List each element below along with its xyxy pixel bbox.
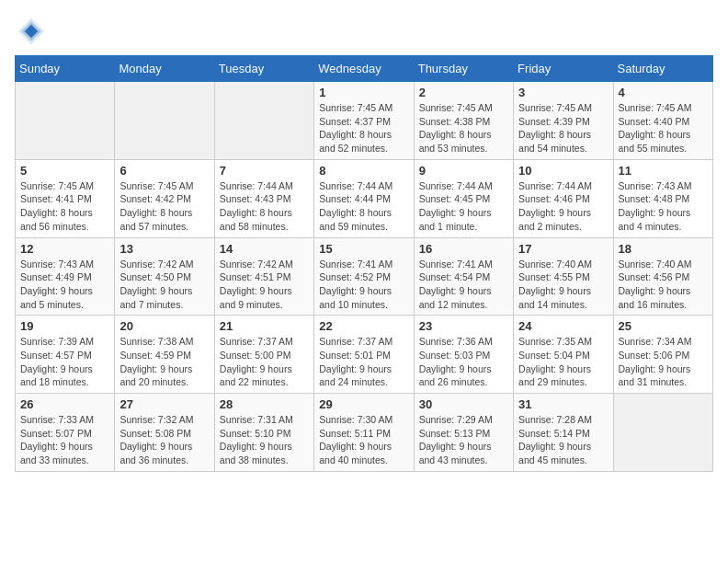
day-number: 24 <box>518 319 608 333</box>
day-number: 12 <box>20 242 109 256</box>
day-number: 30 <box>419 397 508 411</box>
day-info: Sunrise: 7:45 AM Sunset: 4:37 PM Dayligh… <box>319 101 408 155</box>
day-number: 19 <box>20 319 109 333</box>
day-header-sunday: Sunday <box>16 56 115 82</box>
day-number: 21 <box>220 319 309 333</box>
day-info: Sunrise: 7:45 AM Sunset: 4:41 PM Dayligh… <box>20 179 109 234</box>
logo-icon <box>15 15 48 48</box>
calendar-cell: 30Sunrise: 7:29 AM Sunset: 5:13 PM Dayli… <box>414 394 513 472</box>
calendar-cell: 3Sunrise: 7:45 AM Sunset: 4:39 PM Daylig… <box>514 82 613 160</box>
week-row-5: 26Sunrise: 7:33 AM Sunset: 5:07 PM Dayli… <box>16 394 713 472</box>
day-number: 25 <box>619 319 708 333</box>
day-info: Sunrise: 7:44 AM Sunset: 4:46 PM Dayligh… <box>518 179 608 234</box>
calendar-cell: 29Sunrise: 7:30 AM Sunset: 5:11 PM Dayli… <box>314 394 414 472</box>
calendar-cell: 19Sunrise: 7:39 AM Sunset: 4:57 PM Dayli… <box>16 316 115 394</box>
day-header-wednesday: Wednesday <box>314 56 414 82</box>
day-number: 17 <box>518 242 608 256</box>
calendar-cell: 15Sunrise: 7:41 AM Sunset: 4:52 PM Dayli… <box>314 237 414 316</box>
day-number: 23 <box>419 319 508 333</box>
day-info: Sunrise: 7:44 AM Sunset: 4:44 PM Dayligh… <box>319 179 408 234</box>
calendar-cell: 11Sunrise: 7:43 AM Sunset: 4:48 PM Dayli… <box>613 159 712 237</box>
calendar-cell: 16Sunrise: 7:41 AM Sunset: 4:54 PM Dayli… <box>414 237 513 316</box>
day-info: Sunrise: 7:41 AM Sunset: 4:52 PM Dayligh… <box>319 258 408 312</box>
calendar-cell: 13Sunrise: 7:42 AM Sunset: 4:50 PM Dayli… <box>115 237 214 316</box>
day-info: Sunrise: 7:30 AM Sunset: 5:11 PM Dayligh… <box>319 413 408 467</box>
day-header-friday: Friday <box>514 56 613 82</box>
day-info: Sunrise: 7:37 AM Sunset: 5:01 PM Dayligh… <box>319 335 408 389</box>
day-number: 6 <box>119 164 209 178</box>
day-number: 7 <box>220 164 309 178</box>
calendar-cell: 10Sunrise: 7:44 AM Sunset: 4:46 PM Dayli… <box>514 159 613 237</box>
calendar-cell: 18Sunrise: 7:40 AM Sunset: 4:56 PM Dayli… <box>613 237 712 316</box>
day-number: 3 <box>518 86 608 99</box>
day-info: Sunrise: 7:38 AM Sunset: 4:59 PM Dayligh… <box>119 335 209 389</box>
calendar-cell: 14Sunrise: 7:42 AM Sunset: 4:51 PM Dayli… <box>214 237 313 316</box>
logo <box>15 15 51 48</box>
day-number: 31 <box>518 397 608 411</box>
day-header-thursday: Thursday <box>414 56 513 82</box>
day-info: Sunrise: 7:45 AM Sunset: 4:38 PM Dayligh… <box>419 101 508 155</box>
day-info: Sunrise: 7:42 AM Sunset: 4:51 PM Dayligh… <box>220 258 309 312</box>
day-info: Sunrise: 7:36 AM Sunset: 5:03 PM Dayligh… <box>419 335 508 389</box>
day-number: 10 <box>518 164 608 178</box>
day-info: Sunrise: 7:34 AM Sunset: 5:06 PM Dayligh… <box>619 335 708 389</box>
calendar-cell: 5Sunrise: 7:45 AM Sunset: 4:41 PM Daylig… <box>16 159 115 237</box>
week-row-4: 19Sunrise: 7:39 AM Sunset: 4:57 PM Dayli… <box>16 316 713 394</box>
calendar-cell <box>613 394 712 472</box>
calendar-cell: 25Sunrise: 7:34 AM Sunset: 5:06 PM Dayli… <box>613 316 712 394</box>
day-number: 15 <box>319 242 408 256</box>
day-number: 4 <box>619 86 708 99</box>
day-number: 29 <box>319 397 408 411</box>
day-number: 9 <box>419 164 508 178</box>
day-info: Sunrise: 7:45 AM Sunset: 4:39 PM Dayligh… <box>518 101 608 155</box>
calendar-cell: 2Sunrise: 7:45 AM Sunset: 4:38 PM Daylig… <box>414 82 513 160</box>
days-header-row: SundayMondayTuesdayWednesdayThursdayFrid… <box>16 56 713 82</box>
calendar-cell: 23Sunrise: 7:36 AM Sunset: 5:03 PM Dayli… <box>414 316 513 394</box>
day-header-tuesday: Tuesday <box>214 56 313 82</box>
day-info: Sunrise: 7:43 AM Sunset: 4:48 PM Dayligh… <box>619 179 708 234</box>
calendar-cell: 4Sunrise: 7:45 AM Sunset: 4:40 PM Daylig… <box>613 82 712 160</box>
day-info: Sunrise: 7:35 AM Sunset: 5:04 PM Dayligh… <box>518 335 608 389</box>
day-number: 16 <box>419 242 508 256</box>
day-number: 11 <box>619 164 708 178</box>
day-info: Sunrise: 7:41 AM Sunset: 4:54 PM Dayligh… <box>419 258 508 312</box>
day-number: 2 <box>419 86 508 99</box>
day-info: Sunrise: 7:44 AM Sunset: 4:45 PM Dayligh… <box>419 179 508 234</box>
day-header-monday: Monday <box>115 56 214 82</box>
calendar-cell: 6Sunrise: 7:45 AM Sunset: 4:42 PM Daylig… <box>115 159 214 237</box>
day-info: Sunrise: 7:40 AM Sunset: 4:55 PM Dayligh… <box>518 258 608 312</box>
calendar-cell <box>214 82 313 160</box>
day-info: Sunrise: 7:31 AM Sunset: 5:10 PM Dayligh… <box>220 413 309 467</box>
day-info: Sunrise: 7:42 AM Sunset: 4:50 PM Dayligh… <box>119 258 209 312</box>
day-info: Sunrise: 7:45 AM Sunset: 4:42 PM Dayligh… <box>119 179 209 234</box>
calendar-cell: 31Sunrise: 7:28 AM Sunset: 5:14 PM Dayli… <box>514 394 613 472</box>
calendar-cell: 17Sunrise: 7:40 AM Sunset: 4:55 PM Dayli… <box>514 237 613 316</box>
calendar-cell: 7Sunrise: 7:44 AM Sunset: 4:43 PM Daylig… <box>214 159 313 237</box>
day-info: Sunrise: 7:45 AM Sunset: 4:40 PM Dayligh… <box>619 101 708 155</box>
day-number: 28 <box>220 397 309 411</box>
calendar-cell: 9Sunrise: 7:44 AM Sunset: 4:45 PM Daylig… <box>414 159 513 237</box>
day-number: 13 <box>119 242 209 256</box>
calendar-cell <box>16 82 115 160</box>
day-info: Sunrise: 7:37 AM Sunset: 5:00 PM Dayligh… <box>220 335 309 389</box>
day-info: Sunrise: 7:28 AM Sunset: 5:14 PM Dayligh… <box>518 413 608 467</box>
calendar-cell: 8Sunrise: 7:44 AM Sunset: 4:44 PM Daylig… <box>314 159 414 237</box>
day-header-saturday: Saturday <box>613 56 712 82</box>
calendar-cell: 26Sunrise: 7:33 AM Sunset: 5:07 PM Dayli… <box>16 394 115 472</box>
calendar-cell: 21Sunrise: 7:37 AM Sunset: 5:00 PM Dayli… <box>214 316 313 394</box>
day-info: Sunrise: 7:29 AM Sunset: 5:13 PM Dayligh… <box>419 413 508 467</box>
day-info: Sunrise: 7:32 AM Sunset: 5:08 PM Dayligh… <box>119 413 209 467</box>
calendar-cell: 12Sunrise: 7:43 AM Sunset: 4:49 PM Dayli… <box>16 237 115 316</box>
calendar-cell: 22Sunrise: 7:37 AM Sunset: 5:01 PM Dayli… <box>314 316 414 394</box>
calendar-cell: 24Sunrise: 7:35 AM Sunset: 5:04 PM Dayli… <box>514 316 613 394</box>
day-number: 5 <box>20 164 109 178</box>
day-number: 27 <box>119 397 209 411</box>
day-info: Sunrise: 7:33 AM Sunset: 5:07 PM Dayligh… <box>20 413 109 467</box>
day-number: 26 <box>20 397 109 411</box>
calendar-table: SundayMondayTuesdayWednesdayThursdayFrid… <box>15 55 713 472</box>
calendar-cell: 1Sunrise: 7:45 AM Sunset: 4:37 PM Daylig… <box>314 82 414 160</box>
day-number: 14 <box>220 242 309 256</box>
calendar-cell: 20Sunrise: 7:38 AM Sunset: 4:59 PM Dayli… <box>115 316 214 394</box>
week-row-3: 12Sunrise: 7:43 AM Sunset: 4:49 PM Dayli… <box>16 237 713 316</box>
week-row-2: 5Sunrise: 7:45 AM Sunset: 4:41 PM Daylig… <box>16 159 713 237</box>
